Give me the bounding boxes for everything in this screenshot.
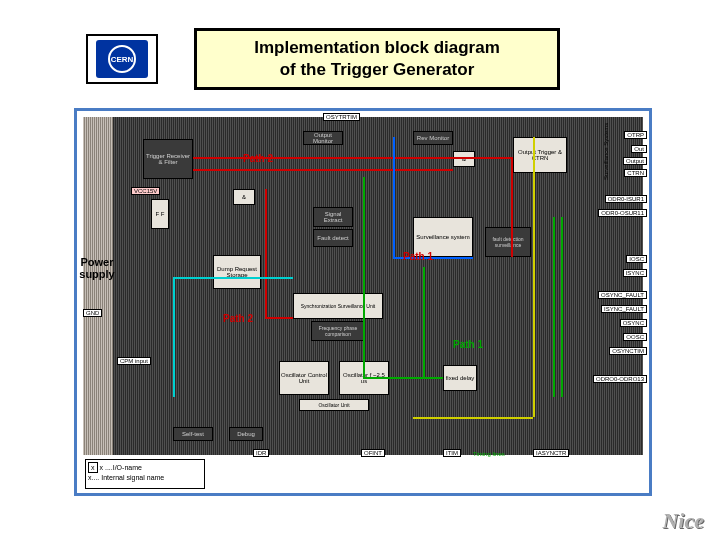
page-title: Implementation block diagram of the Trig… [254,37,500,81]
block-rev-monitor: Rev Monitor [413,131,453,145]
block-and2: & [453,151,475,167]
power-supply-label: Power supply [69,256,125,280]
title-box: Implementation block diagram of the Trig… [194,28,560,90]
tag-osytrtim: OSYTRTIM [323,113,360,121]
footer-nice: Nice [662,508,704,534]
tag-iosc: IOSC [626,255,647,263]
block-extract: Signal Extract [313,207,353,227]
block-fault: Fault detect [313,229,353,247]
path-2a-label: Path 2 [243,153,273,164]
diagram-canvas: OSYTRTIM Path 2 Path 1 Path 2 Path 1 Tri… [113,117,643,455]
tag-osync-fault: OSYNC_FAULT [598,291,647,299]
tag-odro: ODRO0-ODRO13 [593,375,647,383]
path-2b-label: Path 2 [223,313,253,324]
block-fixed-delay: fixed delay [443,365,477,391]
path-1b-label: Path 1 [453,339,483,350]
tag-vcc: VCC15V [131,187,160,195]
tag-ctrn: CTRN [624,169,647,177]
tag-isync-fault: ISYNC_FAULT [601,305,647,313]
path-1a-label: Path 1 [403,251,433,262]
tag-osynctim: OSYNCTIM [609,347,647,355]
block-dump-request: Dump Request Storage [213,255,261,289]
legend-line1: x ....I/O-name [100,464,142,471]
tag-otrp: OTRP [624,131,647,139]
tag-ofint: OFINT [361,449,385,457]
block-osc-control: Oscillator Control Unit [279,361,329,395]
cern-logo: CERN [86,34,158,84]
tag-surv-systems: Surveillance Systems [603,123,609,180]
block-ff1: F F [151,199,169,229]
block-out-monitor: Output Monitor [303,131,343,145]
tag-isur1: ODR0-ISUR1 [605,195,647,203]
block-debug: Debug [229,427,263,441]
block-sync-unit: Synchronization Surveillance Unit [293,293,383,319]
block-osc-unit: Oscillator Unit [299,399,369,411]
legend-line2: x.... Internal signal name [88,474,164,481]
block-trigger-output: Output Trigger & CTRN [513,137,567,173]
tag-itim: ITIM [443,449,461,457]
block-and1: & [233,189,255,205]
tag-isync: ISYNC [623,269,647,277]
block-freq-comp: Frequency phase comparison [311,321,365,341]
tag-osync: OSYNC [620,319,647,327]
tag-timing: Timing lines [473,451,505,457]
logo-text: CERN [111,55,134,64]
tag-idr: IDR [253,449,269,457]
tag-cpm: CPM input [117,357,151,365]
legend-box: xx ....I/O-name x.... Internal signal na… [85,459,205,489]
tag-oosc: OOSC [623,333,647,341]
power-supply-panel [83,117,113,455]
tag-output: Output [623,157,647,165]
block-fault-surv: fault detection surveillance [485,227,531,257]
diagram-frame: Power supply OSYTRTIM Path 2 Path 1 Path… [74,108,652,496]
block-selftest: Self-test [173,427,213,441]
block-trigger-receiver: Trigger Receiver & Filter [143,139,193,179]
cern-logo-inner: CERN [96,40,148,78]
tag-out: Out [631,145,647,153]
tag-osur11: ODR0-OSUR11 [598,209,647,217]
tag-iasynctr: IASYNCTR [533,449,569,457]
tag-gnd: GND [83,309,102,317]
